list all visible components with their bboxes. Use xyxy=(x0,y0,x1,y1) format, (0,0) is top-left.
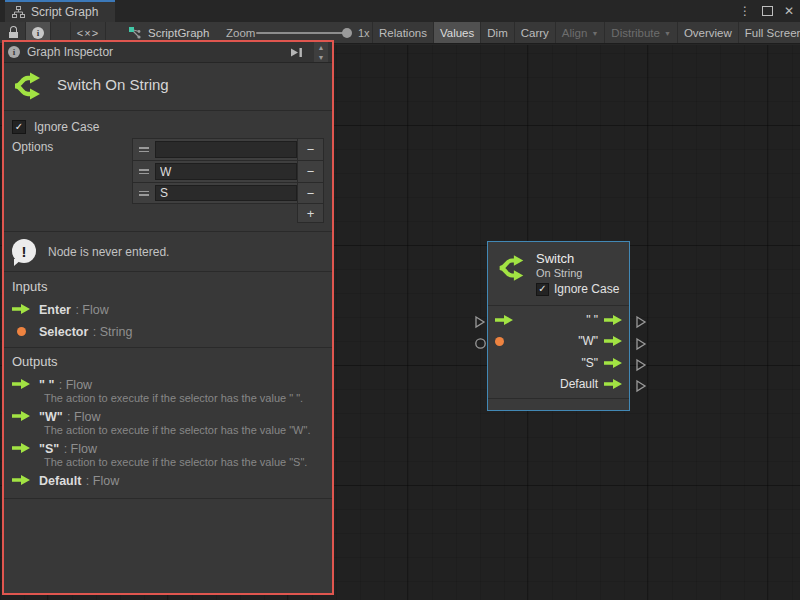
port-description: The action to execute if the selector ha… xyxy=(44,456,326,468)
selector-port[interactable] xyxy=(495,337,504,346)
distribute-button[interactable]: Distribute ▼ xyxy=(605,22,678,43)
script-graph-icon xyxy=(128,26,142,40)
section-divider xyxy=(4,347,332,348)
node-subtitle: On String xyxy=(536,267,621,279)
section-divider xyxy=(4,498,332,499)
add-option-button[interactable]: + xyxy=(297,204,324,223)
options-list: − − − + xyxy=(132,138,324,223)
inputs-heading: Inputs xyxy=(12,279,47,294)
hierarchy-icon xyxy=(12,6,25,18)
drag-handle-icon[interactable] xyxy=(133,183,155,203)
full-screen-button[interactable]: Full Screen xyxy=(739,22,800,43)
inspector-header: i Graph Inspector ▲ ▼ xyxy=(4,42,332,63)
ignore-case-checkbox[interactable]: ✓ xyxy=(536,283,549,296)
graph-name-label: ScriptGraph xyxy=(148,27,209,39)
input-port-row: Enter : Flow xyxy=(12,300,324,318)
zoom-slider-handle[interactable] xyxy=(342,28,352,38)
chevron-down-icon: ▼ xyxy=(591,30,598,37)
relations-button[interactable]: Relations xyxy=(372,22,434,43)
node-footer xyxy=(488,398,629,410)
window-menu-icon[interactable]: ⋮ xyxy=(739,5,751,17)
string-input-connector-circle[interactable] xyxy=(474,337,487,350)
warning-strip: ! Node is never entered. xyxy=(4,231,332,272)
scroll-up-icon[interactable]: ▲ xyxy=(314,42,328,52)
dock-panel-button[interactable] xyxy=(290,47,303,58)
flow-arrow-icon xyxy=(12,411,30,421)
output-connector-triangle[interactable] xyxy=(634,315,648,329)
zoom-value: 1x xyxy=(358,22,370,43)
remove-option-button[interactable]: − xyxy=(297,183,323,203)
warning-bubble-icon: ! xyxy=(12,239,37,264)
warning-text: Node is never entered. xyxy=(48,245,169,259)
remove-option-button[interactable]: − xyxy=(297,139,323,160)
flow-arrow-icon xyxy=(12,443,30,453)
scroll-down-icon[interactable]: ▼ xyxy=(314,52,328,62)
flow-input-connector-triangle[interactable] xyxy=(473,315,487,329)
options-label: Options xyxy=(12,140,53,154)
port-row: "W" xyxy=(488,331,629,353)
input-port-row: Selector : String xyxy=(12,322,324,340)
node-ignore-case-row: ✓ Ignore Case xyxy=(536,282,621,296)
outputs-heading: Outputs xyxy=(12,354,58,369)
string-port-icon xyxy=(495,337,504,346)
close-icon[interactable]: ✕ xyxy=(784,5,794,17)
port-description: The action to execute if the selector ha… xyxy=(44,424,326,436)
port-row: Default xyxy=(488,374,629,396)
align-button[interactable]: Align ▼ xyxy=(556,22,606,43)
toolbar-buttons: Relations Values Dim Carry Align ▼ Distr… xyxy=(372,22,800,43)
info-icon: i xyxy=(8,46,20,58)
overview-button[interactable]: Overview xyxy=(678,22,739,43)
maximize-icon[interactable] xyxy=(762,6,773,16)
title-bar: Script Graph ⋮ ✕ xyxy=(0,0,800,22)
option-row: − xyxy=(132,160,324,182)
code-icon: <×> xyxy=(77,27,99,39)
enter-port[interactable] xyxy=(495,315,513,325)
remove-option-button[interactable]: − xyxy=(297,161,323,182)
lock-icon xyxy=(10,26,17,32)
flow-arrow-icon xyxy=(604,358,622,368)
values-button[interactable]: Values xyxy=(434,22,481,43)
option-row: − xyxy=(132,182,324,204)
ignore-case-label: Ignore Case xyxy=(34,120,99,134)
switch-on-string-node[interactable]: Switch On String ✓ Ignore Case " " xyxy=(487,241,630,411)
panel-scroll-spinner: ▲ ▼ xyxy=(314,42,328,62)
ignore-case-checkbox[interactable]: ✓ xyxy=(12,120,26,134)
chevron-down-icon: ▼ xyxy=(664,30,671,37)
output-port-row: "W" : Flow xyxy=(12,407,324,425)
flow-arrow-icon xyxy=(604,315,622,325)
tab-label: Script Graph xyxy=(31,5,98,19)
dim-button[interactable]: Dim xyxy=(481,22,514,43)
script-graph-window: Script Graph ⋮ ✕ i <×> ScriptGraph xyxy=(0,0,800,600)
option-input[interactable] xyxy=(155,185,297,201)
node-ports: " " "W" "S" xyxy=(488,306,629,395)
port-row: " " xyxy=(488,309,629,331)
dock-panel-icon xyxy=(290,47,303,58)
flow-arrow-icon xyxy=(12,475,30,485)
graph-inspector-panel: i Graph Inspector ▲ ▼ S xyxy=(2,40,334,595)
output-connector-triangle[interactable] xyxy=(634,379,648,393)
window-controls: ⋮ ✕ xyxy=(739,0,794,22)
output-port[interactable]: " " xyxy=(586,313,622,327)
output-connector-triangle[interactable] xyxy=(634,358,648,372)
output-port[interactable]: Default xyxy=(560,377,622,391)
output-port[interactable]: "W" xyxy=(578,334,622,348)
carry-button[interactable]: Carry xyxy=(515,22,556,43)
port-description: The action to execute if the selector ha… xyxy=(44,392,326,404)
output-port[interactable]: "S" xyxy=(581,356,622,370)
node-title: Switch xyxy=(536,251,621,266)
string-port-icon xyxy=(17,327,26,336)
output-connector-triangle[interactable] xyxy=(634,337,648,351)
options-footer: + xyxy=(132,204,324,223)
drag-handle-icon[interactable] xyxy=(133,139,155,160)
tab-script-graph[interactable]: Script Graph xyxy=(5,0,115,22)
option-input[interactable] xyxy=(155,141,297,158)
switch-icon xyxy=(497,253,527,283)
flow-arrow-icon xyxy=(12,304,30,314)
switch-icon xyxy=(12,70,44,102)
node-header: Switch On String ✓ Ignore Case xyxy=(488,242,629,306)
drag-handle-icon[interactable] xyxy=(133,161,155,182)
option-input[interactable] xyxy=(155,163,297,180)
inspector-node-block: Switch On String xyxy=(4,63,332,111)
output-port-row: Default : Flow xyxy=(12,471,324,489)
flow-arrow-icon xyxy=(495,315,513,325)
